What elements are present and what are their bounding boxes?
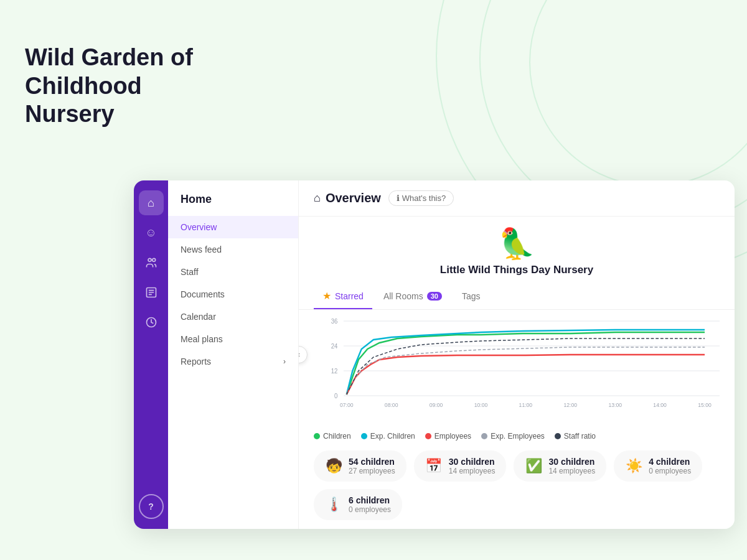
stat-sub-check: 14 employees bbox=[548, 467, 595, 475]
children-dot bbox=[314, 433, 320, 439]
tab-tags-label: Tags bbox=[462, 291, 481, 301]
legend-employees: Employees bbox=[425, 432, 471, 441]
stat-info-temp: 6 children 0 employees bbox=[349, 495, 391, 514]
svg-text:15:00: 15:00 bbox=[698, 402, 712, 408]
employees-dot bbox=[425, 433, 431, 439]
stat-sun-children: ☀️ 4 children 0 employees bbox=[614, 450, 702, 482]
nav-label-meal-plans: Meal plans bbox=[181, 334, 223, 344]
all-rooms-badge: 30 bbox=[427, 292, 442, 301]
tab-all-rooms[interactable]: All Rooms 30 bbox=[375, 285, 451, 309]
stat-main-calendar: 30 children bbox=[449, 457, 496, 467]
content-title: ⌂ Overview bbox=[314, 191, 381, 205]
nav-header: Home bbox=[168, 193, 298, 216]
sidebar-icon-children[interactable]: ☺ bbox=[139, 220, 164, 245]
nav-item-meal-plans[interactable]: Meal plans bbox=[168, 328, 298, 350]
stat-info-sun: 4 children 0 employees bbox=[649, 457, 691, 475]
stat-icon-total: 🧒 bbox=[325, 458, 342, 474]
sidebar-icon-documents[interactable] bbox=[139, 280, 164, 305]
stat-sub-calendar: 14 employees bbox=[449, 467, 496, 475]
svg-point-0 bbox=[148, 258, 151, 261]
nav-label-calendar: Calendar bbox=[181, 312, 216, 322]
stat-icon-check: ✅ bbox=[525, 458, 542, 474]
nav-item-documents[interactable]: Documents bbox=[168, 283, 298, 306]
nav-item-calendar[interactable]: Calendar bbox=[168, 306, 298, 328]
svg-point-1 bbox=[152, 258, 155, 261]
content-title-text: Overview bbox=[326, 191, 381, 205]
svg-text:07:00: 07:00 bbox=[340, 402, 354, 408]
info-icon: ℹ bbox=[397, 194, 400, 203]
stat-calendar-children: 📅 30 children 14 employees bbox=[414, 450, 507, 482]
stat-main-check: 30 children bbox=[548, 457, 595, 467]
content-area: ‹ ⌂ Overview ℹ What's this? 🦜 Little Wil… bbox=[299, 180, 735, 529]
stat-sub-temp: 0 employees bbox=[349, 505, 391, 514]
staff-ratio-dot bbox=[555, 433, 561, 439]
nav-item-staff[interactable]: Staff bbox=[168, 261, 298, 283]
nav-label-staff: Staff bbox=[181, 267, 199, 277]
stat-main-temp: 6 children bbox=[349, 495, 391, 505]
sidebar-bottom: ? bbox=[139, 494, 164, 519]
legend-exp-children: Exp. Children bbox=[361, 432, 415, 441]
children-label: Children bbox=[323, 432, 351, 441]
stat-main-total: 54 children bbox=[349, 457, 395, 467]
tab-starred[interactable]: ★ Starred bbox=[314, 284, 372, 309]
chart-legend: Children Exp. Children Employees Exp. Em… bbox=[314, 427, 720, 444]
nav-item-overview[interactable]: Overview bbox=[168, 216, 298, 238]
stat-total-children: 🧒 54 children 27 employees bbox=[314, 450, 406, 482]
tab-tags[interactable]: Tags bbox=[453, 285, 489, 309]
toucan-icon: 🦜 bbox=[498, 229, 535, 259]
nav-item-news-feed[interactable]: News feed bbox=[168, 238, 298, 261]
content-header: ⌂ Overview ℹ What's this? bbox=[299, 180, 735, 217]
stat-info-calendar: 30 children 14 employees bbox=[449, 457, 496, 475]
sidebar-icon-finance[interactable] bbox=[139, 310, 164, 335]
staff-ratio-label: Staff ratio bbox=[564, 432, 596, 441]
nav-label-overview: Overview bbox=[181, 222, 217, 232]
svg-text:14:00: 14:00 bbox=[653, 402, 667, 408]
chart-container: 36 24 12 0 07:00 08:00 09:00 10:00 11:00… bbox=[299, 310, 735, 444]
star-icon: ★ bbox=[322, 290, 331, 302]
sidebar-icon-home[interactable]: ⌂ bbox=[139, 190, 164, 215]
nav-label-documents: Documents bbox=[181, 289, 225, 299]
svg-text:10:00: 10:00 bbox=[474, 402, 488, 408]
exp-employees-dot bbox=[481, 433, 487, 439]
stat-temp-children: 🌡️ 6 children 0 employees bbox=[314, 489, 402, 520]
svg-text:12: 12 bbox=[331, 368, 338, 375]
stat-sub-total: 27 employees bbox=[349, 467, 395, 475]
legend-exp-employees: Exp. Employees bbox=[481, 432, 545, 441]
stat-main-sun: 4 children bbox=[649, 457, 691, 467]
stats-row: 🧒 54 children 27 employees 📅 30 children… bbox=[299, 444, 735, 529]
svg-text:13:00: 13:00 bbox=[608, 402, 622, 408]
stat-icon-sun: ☀️ bbox=[625, 458, 642, 474]
whats-this-label: What's this? bbox=[402, 194, 446, 203]
svg-text:24: 24 bbox=[331, 343, 338, 350]
svg-text:08:00: 08:00 bbox=[385, 402, 398, 408]
svg-text:09:00: 09:00 bbox=[430, 402, 443, 408]
reports-chevron: › bbox=[283, 357, 286, 366]
home-icon-small: ⌂ bbox=[314, 192, 321, 205]
sidebar-icon-help[interactable]: ? bbox=[139, 494, 164, 519]
sidebar-icon-staff[interactable] bbox=[139, 250, 164, 275]
nursery-brand: 🦜 Little Wild Things Day Nursery bbox=[299, 217, 735, 284]
exp-employees-label: Exp. Employees bbox=[491, 432, 545, 441]
nav-panel: Home Overview News feed Staff Documents … bbox=[168, 180, 299, 529]
app-title: Wild Garden of Childhood Nursery bbox=[25, 44, 193, 129]
stat-info-total: 54 children 27 employees bbox=[349, 457, 395, 475]
tabs-row: ★ Starred All Rooms 30 Tags bbox=[299, 284, 735, 310]
exp-children-dot bbox=[361, 433, 367, 439]
stat-icon-temp: 🌡️ bbox=[325, 497, 342, 513]
employees-label: Employees bbox=[435, 432, 471, 441]
svg-text:0: 0 bbox=[334, 393, 338, 399]
chart-svg: 36 24 12 0 07:00 08:00 09:00 10:00 11:00… bbox=[314, 315, 720, 427]
svg-text:12:00: 12:00 bbox=[564, 402, 578, 408]
svg-text:36: 36 bbox=[331, 318, 338, 325]
icon-sidebar: ⌂ ☺ ? bbox=[134, 180, 168, 529]
stat-check-children: ✅ 30 children 14 employees bbox=[514, 450, 606, 482]
tab-starred-label: Starred bbox=[335, 291, 364, 301]
tab-all-rooms-label: All Rooms bbox=[383, 291, 423, 301]
stat-sub-sun: 0 employees bbox=[649, 467, 691, 475]
legend-staff-ratio: Staff ratio bbox=[555, 432, 596, 441]
whats-this-button[interactable]: ℹ What's this? bbox=[388, 190, 454, 206]
nursery-name: Little Wild Things Day Nursery bbox=[440, 264, 593, 276]
nav-item-reports[interactable]: Reports › bbox=[168, 350, 298, 373]
svg-text:11:00: 11:00 bbox=[519, 402, 533, 408]
exp-children-label: Exp. Children bbox=[370, 432, 415, 441]
